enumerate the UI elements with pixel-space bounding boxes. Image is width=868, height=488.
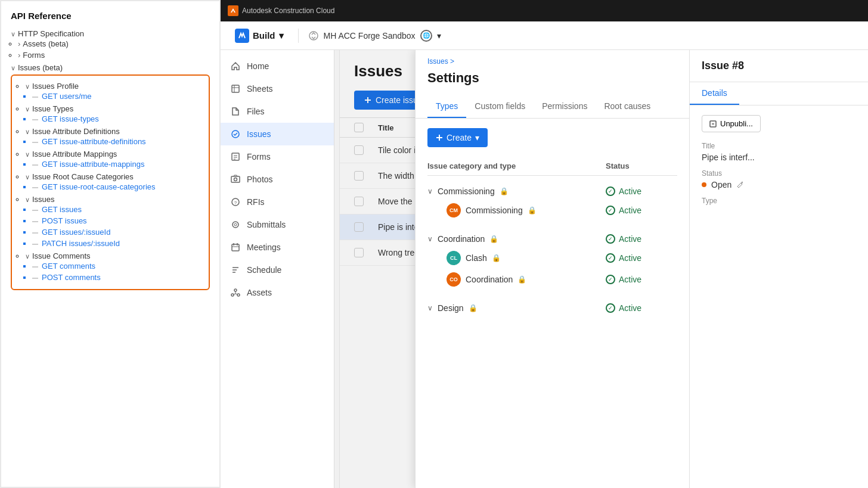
coordination-status: Active <box>606 234 677 244</box>
sidebar-item-rfis[interactable]: ? RFIs <box>221 191 339 213</box>
commissioning-lock-icon: 🔒 <box>500 187 509 195</box>
sidebar-scrollbar-thumb[interactable] <box>335 65 339 95</box>
coordination-type-row[interactable]: CO Coordination 🔒 Active <box>427 269 677 290</box>
issue-types-group[interactable]: Issue Types GET issue-types <box>25 103 203 126</box>
design-status: Active <box>606 303 677 313</box>
assets-beta-item[interactable]: Assets (beta) <box>18 38 210 49</box>
settings-tab-root-causes[interactable]: Root causes <box>596 95 659 118</box>
forms-item[interactable]: Forms <box>18 49 210 61</box>
build-button[interactable]: Build ▾ <box>230 26 289 45</box>
settings-tab-permissions[interactable]: Permissions <box>534 95 596 118</box>
svg-point-14 <box>234 223 237 226</box>
settings-tab-types[interactable]: Types <box>427 95 466 118</box>
edit-icon[interactable] <box>736 181 743 188</box>
sidebar-submittals-label: Submittals <box>247 220 286 229</box>
home-icon <box>230 61 241 72</box>
issue-attr-map-group[interactable]: Issue Attribute Mappings GET issue-attri… <box>25 148 203 171</box>
meetings-icon <box>230 242 241 253</box>
get-issues-item[interactable]: GET issues <box>32 204 203 215</box>
issues-group[interactable]: Issues GET issues POST issues GET issues… <box>25 194 203 250</box>
sidebar-item-issues[interactable]: Issues <box>221 123 339 145</box>
commissioning-name: ∨ Commissioning 🔒 <box>427 187 606 196</box>
clash-type-label: Clash <box>466 253 487 263</box>
build-label: Build <box>253 30 275 41</box>
settings-tab-custom-fields[interactable]: Custom fields <box>466 95 534 118</box>
photos-icon <box>230 174 241 185</box>
commissioning-type-row[interactable]: CM Commissioning 🔒 Active <box>427 200 677 221</box>
get-comments-item[interactable]: GET comments <box>32 260 203 272</box>
unpublish-button[interactable]: Unpubli... <box>702 115 761 132</box>
issue-root-cause-group[interactable]: Issue Root Cause Categories GET issue-ro… <box>25 171 203 194</box>
svg-point-23 <box>231 294 234 296</box>
sidebar-item-forms[interactable]: Forms <box>221 145 339 168</box>
http-spec-item[interactable]: HTTP Specification Assets (beta) Forms <box>11 28 210 62</box>
title-field-label: Title <box>702 142 856 150</box>
settings-overlay: Issues > Settings Types Custom fields Pe… <box>340 50 689 488</box>
create-btn-label: Create <box>447 133 472 142</box>
post-issues-item[interactable]: POST issues <box>32 215 203 226</box>
design-label: Design <box>438 303 464 313</box>
design-status-dot <box>606 303 615 313</box>
project-selector[interactable]: MH ACC Forge Sandbox 🌐 ▾ <box>308 30 441 42</box>
coordination-category-row[interactable]: ∨ Coordination 🔒 Active <box>427 231 677 247</box>
svg-rect-15 <box>232 244 239 251</box>
coordination-toggle[interactable]: ∨ <box>427 235 433 243</box>
schedule-icon <box>230 265 241 275</box>
sidebar-nav: Home Sheets Files Issues <box>221 50 340 488</box>
sidebar-item-schedule[interactable]: Schedule <box>221 259 339 281</box>
issues-beta-item[interactable]: Issues (beta) Issues Profile GET users/m… <box>11 62 210 294</box>
get-issues-id-item[interactable]: GET issues/:issueId <box>32 226 203 238</box>
issue-attr-def-group[interactable]: Issue Attribute Definitions GET issue-at… <box>25 126 203 148</box>
coordination-lock-icon: 🔒 <box>489 235 498 243</box>
issues-profile-group[interactable]: Issues Profile GET users/me <box>25 80 203 103</box>
project-name: MH ACC Forge Sandbox <box>324 31 416 41</box>
sidebar-issues-label: Issues <box>247 129 271 139</box>
issues-highlighted-section: Issues Profile GET users/me Issue Types … <box>11 74 210 290</box>
issues-beta-toggle[interactable]: Issues (beta) <box>11 63 63 72</box>
sidebar-scrollbar-track[interactable] <box>334 50 339 488</box>
sidebar-schedule-label: Schedule <box>247 265 281 275</box>
build-chevron: ▾ <box>279 30 284 41</box>
get-issue-types-item[interactable]: GET issue-types <box>32 113 203 125</box>
sidebar-item-sheets[interactable]: Sheets <box>221 77 339 100</box>
coordination-type-status: Active <box>606 275 677 284</box>
coordination-type-status-dot <box>606 275 615 284</box>
sync-icon <box>308 30 319 41</box>
issue-comments-group[interactable]: Issue Comments GET comments POST comment… <box>25 250 203 284</box>
forms-icon <box>230 151 241 162</box>
get-root-cause-item[interactable]: GET issue-root-cause-categories <box>32 181 203 192</box>
project-globe-icon: 🌐 <box>420 30 432 42</box>
get-users-me-item[interactable]: GET users/me <box>32 91 203 102</box>
sidebar-item-assets[interactable]: Assets <box>221 281 339 304</box>
sidebar-item-meetings[interactable]: Meetings <box>221 236 339 259</box>
coordination-type-name: CO Coordination 🔒 <box>447 272 606 287</box>
get-issue-attr-map-item[interactable]: GET issue-attribute-mappings <box>32 158 203 170</box>
clash-type-row[interactable]: CL Clash 🔒 Active <box>427 247 677 269</box>
app-container: Autodesk Construction Cloud Build ▾ MH A… <box>221 0 868 488</box>
coordination-name: ∨ Coordination 🔒 <box>427 234 606 244</box>
design-category-row[interactable]: ∨ Design 🔒 Active <box>427 300 677 316</box>
issue-panel-tabs: Details <box>690 82 868 105</box>
design-toggle[interactable]: ∨ <box>427 304 433 312</box>
sidebar-item-home[interactable]: Home <box>221 55 339 77</box>
commissioning-category-row[interactable]: ∨ Commissioning 🔒 Active <box>427 183 677 200</box>
post-comments-item[interactable]: POST comments <box>32 272 203 283</box>
sidebar-item-files[interactable]: Files <box>221 100 339 123</box>
issue-tab-details[interactable]: Details <box>690 82 739 105</box>
rfis-icon: ? <box>230 197 241 207</box>
commissioning-category: ∨ Commissioning 🔒 Active <box>427 178 677 226</box>
svg-point-13 <box>232 222 238 228</box>
sidebar-item-submittals[interactable]: Submittals <box>221 213 339 236</box>
patch-issues-id-item[interactable]: PATCH issues/:issueId <box>32 238 203 249</box>
commissioning-toggle[interactable]: ∨ <box>427 187 433 195</box>
settings-create-button[interactable]: Create ▾ <box>427 128 488 147</box>
settings-breadcrumb[interactable]: Issues > <box>416 50 689 66</box>
get-issue-attr-def-item[interactable]: GET issue-attribute-definitions <box>32 136 203 147</box>
coordination-type-avatar: CO <box>447 272 461 287</box>
main-content: Home Sheets Files Issues <box>221 50 868 488</box>
http-spec-toggle[interactable]: HTTP Specification <box>11 29 84 38</box>
settings-table-header: Issue category and type Status <box>427 157 677 176</box>
type-field-label: Type <box>702 197 856 205</box>
svg-rect-1 <box>232 85 239 92</box>
sidebar-item-photos[interactable]: Photos <box>221 168 339 191</box>
